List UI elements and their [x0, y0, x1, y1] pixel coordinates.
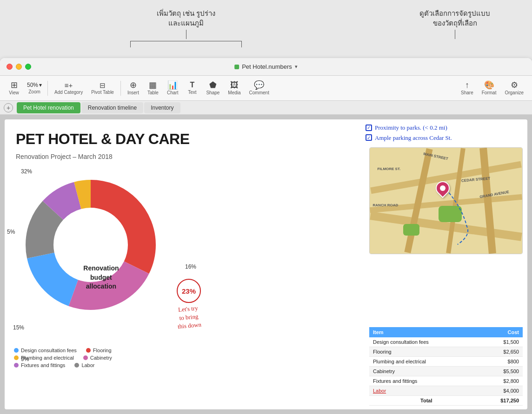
table-cell-item: Cabinetry: [369, 367, 482, 376]
add-sheet-button[interactable]: +: [4, 103, 13, 112]
pct-16: 16%: [185, 263, 196, 270]
text-label: Text: [188, 90, 196, 95]
tab-renovation-timeline[interactable]: Renovation timeline: [81, 102, 143, 113]
map[interactable]: FILMORE ST. MAIN STREET CEDAR STREET RAN…: [369, 147, 523, 254]
circle-pct-label: 23%: [177, 279, 201, 303]
table-cell-item: Fixtures and fittings: [369, 376, 482, 386]
media-button[interactable]: 🖼 Media: [224, 79, 244, 97]
window: Pet Hotel.numbers ▾ ⊞ View 50% ▾ Zoom ≡+…: [0, 58, 532, 414]
pct-15: 15%: [13, 324, 24, 331]
divider-1: [47, 81, 48, 96]
annotation-right: ดูตัวเลือกการจัดรูปแบบของวัตถุที่เลือก: [419, 8, 490, 39]
handwritten-notes: Proximity to parks. (< 0.2 mi) Ample par…: [366, 123, 524, 143]
pivot-table-button[interactable]: ⊟ Pivot Table: [87, 80, 118, 97]
add-category-icon: ≡+: [65, 82, 73, 89]
share-icon: ↑: [465, 81, 469, 89]
shape-icon: ⬟: [209, 81, 217, 89]
hw-line2: Ample parking across Cedar St.: [375, 133, 452, 143]
format-button[interactable]: 🎨 Format: [478, 79, 500, 97]
table-cell-cost: $4,000: [482, 386, 523, 396]
legend-plumbing: Plumbing and electrical: [21, 355, 74, 361]
table-header-cost: Cost: [482, 327, 523, 337]
canvas[interactable]: PET HOTEL & DAY CARE Renovation Project …: [0, 115, 532, 414]
organize-icon: ⚙: [511, 81, 518, 89]
donut-chart[interactable]: Renovation budgetallocation 32% 5% 16% 1…: [9, 164, 205, 373]
format-label: Format: [482, 90, 497, 95]
insert-label: Insert: [127, 90, 139, 95]
table-row: Labor $4,000: [369, 386, 523, 396]
donut-center-label: Renovation budgetallocation: [75, 264, 126, 291]
annotation-area: เพิ่มวัตถุ เช่น รูปร่างและแผนภูมิ ดูตัวเ…: [0, 0, 532, 60]
title-chevron-icon[interactable]: ▾: [295, 64, 298, 70]
traffic-lights: [7, 64, 31, 70]
table-row: Design consultation fees $1,500: [369, 337, 523, 347]
insert-icon: ⊕: [130, 81, 137, 89]
format-icon: 🎨: [484, 81, 494, 89]
table-row: Plumbing and electrical $800: [369, 357, 523, 367]
table-total: Total $17,250: [369, 396, 523, 406]
zoom-label: Zoom: [28, 89, 40, 94]
fullscreen-button[interactable]: [25, 64, 31, 70]
slide-title[interactable]: PET HOTEL & DAY CARE: [16, 131, 189, 148]
zoom-value: 50%: [27, 82, 38, 88]
add-category-label: Add Category: [54, 90, 83, 95]
close-button[interactable]: [7, 64, 13, 70]
chart-button[interactable]: 📊 Chart: [163, 79, 182, 97]
tab-pet-hotel-renovation[interactable]: Pet Hotel renovation: [17, 102, 80, 113]
view-button[interactable]: ⊞ View: [5, 79, 23, 97]
title-text: Pet Hotel.numbers: [242, 63, 292, 70]
comment-button[interactable]: 💬 Comment: [246, 79, 273, 97]
text-button[interactable]: T Text: [183, 79, 201, 97]
table-row: Cabinetry $5,500: [369, 367, 523, 376]
annotation-line-left: [186, 30, 186, 39]
table-cell-item: Design consultation fees: [369, 337, 482, 347]
organize-label: Organize: [505, 90, 524, 95]
zoom-chevron-icon: ▾: [39, 82, 42, 88]
table-icon: ▦: [149, 81, 157, 89]
add-category-button[interactable]: ≡+ Add Category: [51, 80, 86, 97]
share-button[interactable]: ↑ Share: [457, 79, 477, 97]
hw-line1: Proximity to parks. (< 0.2 mi): [375, 123, 447, 132]
shape-label: Shape: [206, 90, 219, 95]
pct-5: 5%: [7, 229, 15, 235]
divider-2: [120, 81, 121, 96]
checkbox-parking: Ample parking across Cedar St.: [366, 133, 524, 143]
lets-try-text: Let's tryto bringthis down: [176, 304, 202, 331]
insert-button[interactable]: ⊕ Insert: [124, 79, 143, 97]
comment-label: Comment: [249, 90, 269, 95]
table-button[interactable]: ▦ Table: [144, 79, 162, 97]
map-background: FILMORE ST. MAIN STREET CEDAR STREET RAN…: [370, 148, 522, 254]
view-label: View: [9, 90, 19, 95]
data-table[interactable]: Item Cost Design consultation fees $1,50…: [369, 327, 523, 406]
legend-flooring: Flooring: [93, 348, 112, 353]
view-icon: ⊞: [11, 81, 18, 89]
circle-annotation: 23% Let's tryto bringthis down: [177, 279, 201, 330]
zoom-control[interactable]: 50% ▾ Zoom: [24, 80, 45, 96]
legend-labor: Labor: [81, 362, 94, 368]
pct-32: 32%: [21, 168, 32, 175]
organize-button[interactable]: ⚙ Organize: [501, 79, 527, 97]
annotation-left-text: เพิ่มวัตถุ เช่น รูปร่างและแผนภูมิ: [157, 8, 215, 28]
table-row: Fixtures and fittings $2,800: [369, 376, 523, 386]
legend-design: Design consultation fees: [21, 348, 77, 353]
media-icon: 🖼: [230, 81, 239, 89]
pivot-table-label: Pivot Table: [91, 90, 114, 95]
media-label: Media: [228, 90, 240, 95]
table-cell-cost: $800: [482, 357, 523, 367]
table-cell-cost: $5,500: [482, 367, 523, 376]
minimize-button[interactable]: [16, 64, 22, 70]
toolbar-right: ↑ Share 🎨 Format ⚙ Organize: [457, 79, 527, 97]
file-icon: [234, 65, 239, 69]
table-header-item: Item: [369, 327, 482, 337]
legend-cabinetry: Cabinetry: [90, 355, 112, 361]
share-label: Share: [461, 90, 473, 95]
slide: PET HOTEL & DAY CARE Renovation Project …: [5, 119, 527, 409]
comment-icon: 💬: [254, 81, 264, 89]
titlebar: Pet Hotel.numbers ▾: [0, 58, 532, 76]
slide-subtitle[interactable]: Renovation Project – March 2018: [16, 153, 113, 160]
shape-button[interactable]: ⬟ Shape: [202, 79, 223, 97]
annotation-line-right: [455, 30, 455, 39]
legend-fixtures: Fixtures and fittings: [21, 362, 65, 368]
tab-inventory[interactable]: Inventory: [144, 102, 180, 113]
chart-legend: Design consultation fees Flooring Plumbi…: [14, 348, 112, 368]
